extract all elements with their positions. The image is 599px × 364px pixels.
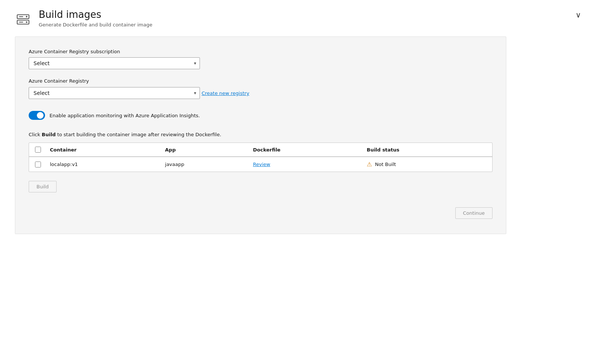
build-table-container: Container App Dockerfile Build status (29, 143, 493, 172)
page-header: Build images Generate Dockerfile and bui… (15, 9, 584, 28)
row-build-status: ⚠ Not Built (362, 157, 492, 172)
continue-button[interactable]: Continue (455, 207, 493, 219)
footer-row: Continue (29, 207, 493, 219)
monitoring-toggle[interactable] (29, 111, 45, 120)
main-card: Azure Container Registry subscription Se… (15, 36, 506, 234)
registry-section: Azure Container Registry Select ▾ Create… (29, 78, 493, 99)
registry-select[interactable]: Select (29, 87, 200, 99)
table-header: Container App Dockerfile Build status (29, 143, 492, 157)
create-registry-link[interactable]: Create new registry (201, 90, 249, 96)
build-images-icon (16, 12, 30, 26)
registry-select-wrapper: Select ▾ (29, 87, 200, 99)
row-dockerfile: Review (249, 157, 362, 172)
warning-icon: ⚠ (367, 161, 372, 168)
review-button[interactable]: Review (253, 162, 270, 167)
col-dockerfile: Dockerfile (249, 143, 362, 157)
toggle-section: Enable application monitoring with Azure… (29, 111, 493, 120)
page-title: Build images (39, 9, 152, 20)
page-icon (15, 10, 31, 27)
build-section: Click Build to start building the contai… (29, 132, 493, 192)
subscription-select[interactable]: Select (29, 57, 200, 69)
col-build-status: Build status (362, 143, 492, 157)
row-container: localapp:v1 (45, 157, 160, 172)
build-instruction: Click Build to start building the contai… (29, 132, 493, 137)
header-text-block: Build images Generate Dockerfile and bui… (39, 9, 152, 28)
page-subtitle: Generate Dockerfile and build container … (39, 22, 152, 28)
row-checkbox-cell (29, 157, 45, 172)
toggle-slider (29, 111, 45, 120)
build-instruction-bold: Build (42, 132, 55, 137)
build-instruction-suffix: to start building the container image af… (56, 132, 222, 137)
build-status-text: Not Built (375, 162, 396, 167)
svg-point-2 (26, 16, 27, 17)
build-button[interactable]: Build (29, 181, 57, 192)
subscription-select-wrapper: Select ▾ (29, 57, 200, 69)
select-all-checkbox[interactable] (35, 147, 41, 153)
col-container: Container (45, 143, 160, 157)
svg-point-3 (26, 21, 27, 23)
table-body: localapp:v1 javaapp Review ⚠ Not Built (29, 157, 492, 172)
row-checkbox[interactable] (35, 162, 41, 167)
row-app: javaapp (160, 157, 248, 172)
toggle-label: Enable application monitoring with Azure… (50, 113, 200, 118)
collapse-button[interactable]: ∨ (573, 9, 584, 21)
button-row: Build (29, 181, 493, 192)
col-checkbox (29, 143, 45, 157)
build-instruction-prefix: Click (29, 132, 42, 137)
subscription-section: Azure Container Registry subscription Se… (29, 49, 493, 69)
table-row: localapp:v1 javaapp Review ⚠ Not Built (29, 157, 492, 172)
registry-label: Azure Container Registry (29, 78, 493, 84)
subscription-label: Azure Container Registry subscription (29, 49, 493, 54)
col-app: App (160, 143, 248, 157)
build-table: Container App Dockerfile Build status (29, 143, 492, 172)
